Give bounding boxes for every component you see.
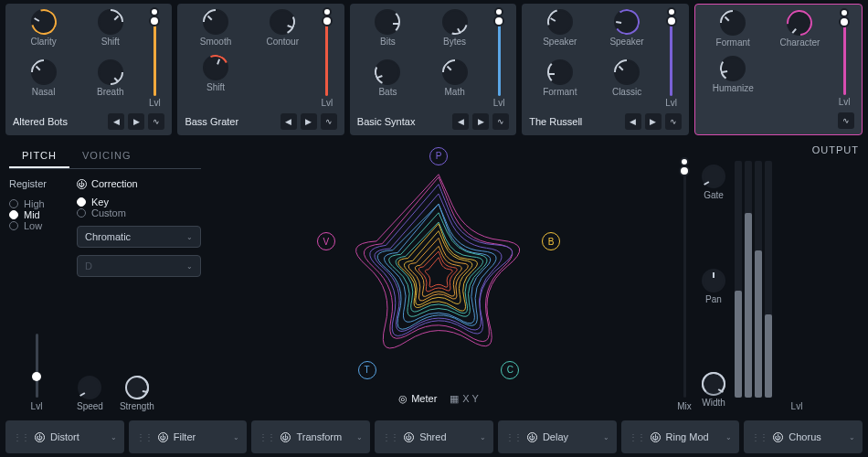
knob-formant[interactable]: Formant: [703, 10, 764, 54]
knob-bytes[interactable]: Bytes: [424, 9, 485, 58]
correction-header[interactable]: ⏻ Correction: [77, 178, 201, 189]
output-title: OUTPUT: [676, 144, 859, 155]
module-footer: Bass Grater ◀ ▶ ∿: [185, 112, 336, 132]
knob-math[interactable]: Math: [424, 59, 485, 108]
drag-handle-icon[interactable]: ⋮⋮: [382, 432, 398, 442]
drag-handle-icon[interactable]: ⋮⋮: [505, 432, 522, 442]
knob-shift[interactable]: Shift: [185, 55, 246, 99]
drag-handle-icon[interactable]: ⋮⋮: [629, 432, 645, 442]
next-preset-button[interactable]: ▶: [301, 113, 317, 130]
knob-nasal[interactable]: Nasal: [13, 59, 74, 108]
fx-transform[interactable]: ⋮⋮⏻Transform⌄: [251, 420, 370, 453]
knob-speaker[interactable]: Speaker: [596, 9, 657, 58]
module-1[interactable]: SmoothContourShift Lvl Bass Grater ◀ ▶ ∿: [177, 4, 344, 135]
knob-formant[interactable]: Formant: [529, 59, 590, 108]
tabs: PITCH VOICING: [9, 144, 201, 169]
module-footer: Altered Bots ◀ ▶ ∿: [13, 112, 164, 132]
chevron-down-icon: ⌄: [111, 433, 117, 441]
corr-custom[interactable]: Custom: [77, 207, 201, 218]
pan-knob[interactable]: Pan: [702, 269, 725, 304]
module-lvl-slider[interactable]: Lvl: [144, 9, 164, 108]
drag-handle-icon[interactable]: ⋮⋮: [136, 432, 153, 442]
root-select[interactable]: D⌄: [77, 255, 201, 277]
module-2[interactable]: BitsBytesBatsMath Lvl Basic Syntax ◀ ▶ ∿: [350, 4, 516, 135]
fx-filter[interactable]: ⋮⋮⏻Filter⌄: [129, 420, 248, 453]
pitch-lvl-slider[interactable]: Lvl: [9, 334, 64, 411]
chevron-down-icon: ⌄: [233, 433, 239, 441]
knob-character[interactable]: Character: [769, 10, 831, 54]
module-footer: The Russell ◀ ▶ ∿: [529, 112, 681, 132]
prev-preset-button[interactable]: ◀: [108, 113, 124, 130]
power-icon[interactable]: ⏻: [35, 432, 45, 442]
vertex-B[interactable]: B: [542, 232, 560, 250]
knob-clarity[interactable]: Clarity: [13, 9, 74, 58]
knob-smooth[interactable]: Smooth: [185, 9, 246, 53]
fx-shred[interactable]: ⋮⋮⏻Shred⌄: [375, 420, 493, 453]
drag-handle-icon[interactable]: ⋮⋮: [13, 432, 29, 442]
tab-pitch[interactable]: PITCH: [9, 144, 69, 168]
scale-select[interactable]: Chromatic⌄: [77, 226, 201, 248]
fx-delay[interactable]: ⋮⋮⏻Delay⌄: [498, 420, 617, 453]
width-knob[interactable]: Width: [702, 372, 725, 408]
vertex-C[interactable]: C: [501, 361, 519, 379]
gate-knob[interactable]: Gate: [702, 165, 725, 200]
meter-mode[interactable]: ◎ Meter: [398, 393, 437, 405]
register-mid[interactable]: Mid: [9, 209, 64, 220]
xy-mode[interactable]: ▦ X Y: [450, 393, 479, 405]
drag-handle-icon[interactable]: ⋮⋮: [259, 432, 275, 442]
strength-knob[interactable]: Strength: [120, 376, 154, 411]
knob-bats[interactable]: Bats: [357, 59, 418, 108]
power-icon[interactable]: ⏻: [527, 432, 537, 442]
module-4[interactable]: FormantCharacterHumanize Lvl ∿: [694, 4, 863, 135]
power-icon[interactable]: ⏻: [651, 432, 661, 442]
power-icon[interactable]: ⏻: [77, 179, 87, 189]
correction-column: ⏻ Correction KeyCustom Chromatic⌄ D⌄ Spe…: [77, 178, 201, 411]
drag-handle-icon[interactable]: ⋮⋮: [751, 432, 767, 442]
knob-humanize[interactable]: Humanize: [703, 56, 764, 100]
fx-distort[interactable]: ⋮⋮⏻Distort⌄: [5, 420, 124, 453]
register-high[interactable]: High: [9, 198, 64, 209]
star-visualization[interactable]: PBCTV: [311, 152, 566, 389]
viz-mode-toggle: ◎ Meter ▦ X Y: [398, 393, 479, 405]
prev-preset-button[interactable]: ◀: [281, 113, 297, 130]
module-lvl-slider[interactable]: Lvl: [489, 9, 509, 108]
fx-chorus[interactable]: ⋮⋮⏻Chorus⌄: [744, 420, 863, 453]
vertex-T[interactable]: T: [358, 361, 376, 379]
module-0[interactable]: ClarityShiftNasalBreath Lvl Altered Bots…: [5, 4, 172, 135]
module-lvl-slider[interactable]: Lvl: [317, 9, 337, 108]
knob-bits[interactable]: Bits: [357, 9, 418, 58]
module-settings-button[interactable]: ∿: [321, 113, 337, 130]
prev-preset-button[interactable]: ◀: [452, 113, 469, 130]
fx-ring-mod[interactable]: ⋮⋮⏻Ring Mod⌄: [621, 420, 740, 453]
mix-slider[interactable]: Mix: [676, 161, 693, 411]
power-icon[interactable]: ⏻: [773, 432, 783, 442]
module-settings-button[interactable]: ∿: [665, 113, 682, 130]
knob-shift[interactable]: Shift: [79, 9, 141, 58]
power-icon[interactable]: ⏻: [404, 432, 414, 442]
next-preset-button[interactable]: ▶: [472, 113, 489, 130]
preset-name: Basic Syntax: [357, 116, 449, 127]
next-preset-button[interactable]: ▶: [128, 113, 144, 130]
next-preset-button[interactable]: ▶: [645, 113, 662, 130]
vertex-P[interactable]: P: [429, 147, 448, 165]
knob-speaker[interactable]: Speaker: [529, 9, 590, 58]
power-icon[interactable]: ⏻: [158, 432, 168, 442]
register-low[interactable]: Low: [9, 220, 64, 231]
module-settings-button[interactable]: ∿: [492, 113, 509, 130]
module-lvl-slider[interactable]: Lvl: [662, 9, 682, 108]
module-settings-button[interactable]: ∿: [838, 112, 854, 129]
module-lvl-slider[interactable]: Lvl: [834, 10, 854, 107]
output-panel: OUTPUT Mix Gate Pan Width Lvl: [676, 144, 859, 411]
knob-classic[interactable]: Classic: [596, 59, 657, 108]
knob-contour[interactable]: Contour: [252, 9, 313, 53]
speed-knob[interactable]: Speed: [77, 376, 103, 411]
vertex-V[interactable]: V: [317, 232, 335, 250]
module-settings-button[interactable]: ∿: [148, 113, 164, 130]
module-3[interactable]: SpeakerSpeakerFormantClassic Lvl The Rus…: [522, 4, 688, 135]
corr-key[interactable]: Key: [77, 197, 201, 207]
fx-row: ⋮⋮⏻Distort⌄⋮⋮⏻Filter⌄⋮⋮⏻Transform⌄⋮⋮⏻Shr…: [0, 417, 868, 457]
prev-preset-button[interactable]: ◀: [625, 113, 641, 130]
power-icon[interactable]: ⏻: [281, 432, 291, 442]
knob-breath[interactable]: Breath: [79, 59, 141, 108]
tab-voicing[interactable]: VOICING: [69, 144, 143, 168]
